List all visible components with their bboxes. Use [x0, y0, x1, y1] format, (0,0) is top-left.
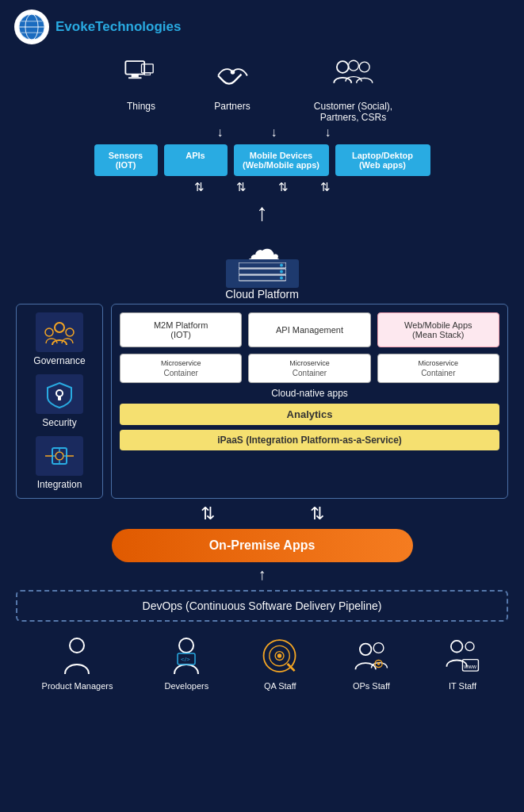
analytics-box: Analytics: [120, 404, 499, 425]
ops-staff-icon: [351, 634, 391, 678]
ops-staff-label: OPs Staff: [353, 681, 390, 691]
governance-panel: Governance Security: [16, 304, 103, 499]
partners-entity: Partners: [211, 54, 254, 123]
brand-part1: Evoke: [55, 19, 95, 34]
svg-point-42: [360, 644, 372, 656]
double-arrow-4: ⇅: [320, 180, 331, 194]
svg-rect-14: [239, 262, 286, 268]
svg-point-41: [277, 653, 281, 657]
customers-icon: [326, 54, 381, 98]
microservice-1: Microservice Container: [120, 354, 242, 383]
svg-rect-7: [128, 77, 142, 79]
svg-rect-8: [141, 64, 153, 73]
top-entities-row: Things Partners Customer (Social), Partn…: [0, 54, 524, 123]
input-tier: Sensors(IOT) APIs Mobile Devices(Web/Mob…: [0, 144, 524, 176]
entity-arrows: ↓ ↓ ↓: [0, 125, 524, 140]
things-icon: [120, 54, 163, 98]
things-label: Things: [127, 101, 155, 112]
big-up-arrow: ↑: [0, 199, 524, 226]
platform-area: Governance Security: [0, 304, 524, 499]
integration-label: Integration: [37, 479, 82, 490]
svg-rect-9: [144, 73, 150, 75]
cloud-platform-label: Cloud Platform: [0, 288, 524, 301]
ops-staff-item: OPs Staff: [351, 634, 391, 691]
customers-label: Customer (Social), Partners, CSRs: [302, 101, 405, 123]
up-arrow-devops: ↑: [0, 565, 524, 584]
svg-point-34: [179, 638, 193, 653]
logo: [14, 10, 49, 44]
governance-item: Governance: [33, 312, 85, 366]
svg-text:</>: </>: [181, 656, 190, 663]
security-icon: [41, 380, 78, 408]
svg-point-26: [55, 452, 63, 460]
svg-rect-15: [239, 269, 286, 274]
product-managers-item: Product Managers: [42, 634, 113, 691]
svg-rect-24: [58, 396, 61, 400]
microservice-row: Microservice Container Microservice Cont…: [120, 354, 499, 383]
devops-label: DevOps (Continuous Software Delivery Pip…: [143, 599, 382, 612]
v-arrow-left: ⇅: [201, 504, 215, 524]
devops-box: DevOps (Continuous Software Delivery Pip…: [16, 590, 508, 622]
ipaas-box: iPaaS (Integration Platform-as-a-Service…: [120, 430, 499, 450]
double-arrow-3: ⇅: [278, 180, 289, 194]
svg-line-40: [288, 664, 295, 671]
svg-text:www: www: [464, 663, 477, 670]
customers-entity: Customer (Social), Partners, CSRs: [302, 54, 405, 123]
mobile-box: Mobile Devices(Web/Mobile apps): [234, 144, 329, 176]
customers-arrow-down: ↓: [325, 125, 331, 140]
svg-point-17: [280, 264, 283, 267]
brand-part2: Technologies: [95, 19, 181, 34]
double-arrows-row: ⇅ ⇅ ⇅ ⇅: [0, 180, 524, 194]
integration-item: Integration: [36, 436, 83, 490]
security-label: Security: [42, 417, 76, 428]
cloud-native-label: Cloud-native apps: [120, 388, 499, 399]
svg-point-20: [55, 323, 64, 332]
governance-icon: [41, 318, 78, 347]
governance-icon-box: [36, 312, 83, 352]
cloud-section: ☁ Cloud Platform: [0, 231, 524, 301]
double-arrow-1: ⇅: [194, 180, 205, 194]
svg-point-45: [377, 662, 381, 665]
webmobile-box: Web/Mobile Apps(Mean Stack): [377, 312, 499, 347]
laptop-box: Laptop/Dektop(Web apps): [335, 144, 430, 176]
apis-box: APIs: [164, 144, 228, 176]
cloud-platform-box: M2M Platform(IOT) API Management Web/Mob…: [111, 304, 508, 499]
partners-label: Partners: [214, 101, 250, 112]
svg-rect-16: [239, 275, 286, 281]
api-mgmt-box: API Management: [248, 312, 370, 347]
svg-point-11: [336, 61, 348, 73]
integration-icon-box: [36, 436, 83, 476]
svg-point-13: [359, 62, 369, 72]
svg-point-18: [280, 270, 283, 274]
integration-icon: [41, 442, 78, 470]
staff-row: Product Managers </> Developers QA Staff: [0, 628, 524, 691]
svg-point-12: [348, 60, 358, 71]
it-staff-icon: www: [442, 634, 482, 678]
v-arrow-right: ⇅: [310, 504, 324, 524]
svg-point-22: [66, 328, 74, 336]
partners-icon: [211, 54, 254, 98]
m2m-box: M2M Platform(IOT): [120, 312, 242, 347]
it-staff-label: IT Staff: [449, 681, 476, 691]
product-managers-icon: [57, 634, 97, 678]
on-premise-box: On-Premise Apps: [112, 529, 413, 562]
qa-staff-icon: [260, 634, 300, 678]
svg-point-33: [70, 638, 84, 653]
platform-top-row: M2M Platform(IOT) API Management Web/Mob…: [120, 312, 499, 347]
svg-rect-6: [131, 75, 138, 78]
svg-point-10: [230, 70, 235, 75]
partners-arrow-down: ↓: [271, 125, 277, 140]
svg-point-19: [280, 277, 283, 280]
security-item: Security: [36, 374, 83, 428]
things-entity: Things: [120, 54, 163, 123]
things-arrow-down: ↓: [217, 125, 224, 140]
vertical-arrows-row: ⇅ ⇅: [0, 504, 524, 524]
qa-staff-item: QA Staff: [260, 634, 300, 691]
governance-label: Governance: [33, 355, 85, 366]
developers-label: Developers: [165, 681, 209, 691]
product-managers-label: Product Managers: [42, 681, 113, 691]
microservice-2: Microservice Container: [248, 354, 370, 383]
svg-point-46: [451, 641, 463, 653]
brand-name: EvokeTechnologies: [55, 20, 181, 35]
on-premise-row: On-Premise Apps: [16, 529, 508, 562]
